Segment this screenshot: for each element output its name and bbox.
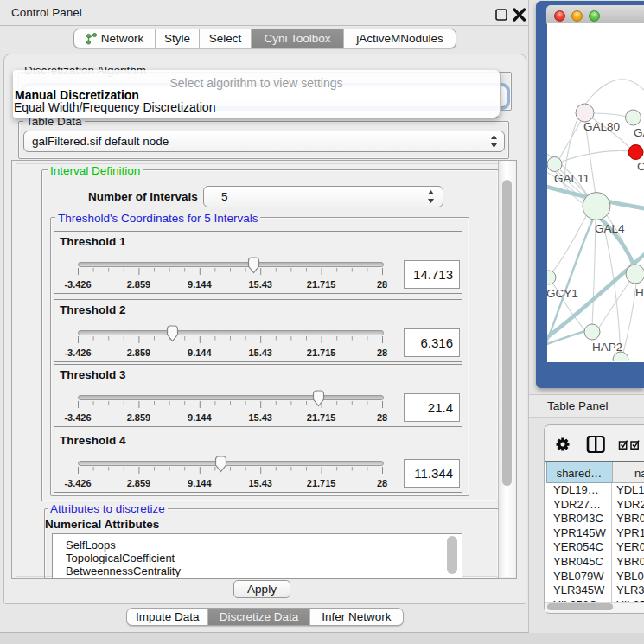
svg-text:H: H bbox=[635, 286, 644, 299]
svg-text:GAL4: GAL4 bbox=[595, 222, 625, 235]
svg-text:C: C bbox=[637, 160, 644, 173]
svg-text:GAL11: GAL11 bbox=[554, 172, 590, 185]
svg-text:GCY1: GCY1 bbox=[547, 287, 578, 300]
svg-text:HAP2: HAP2 bbox=[592, 341, 622, 354]
svg-text:GA: GA bbox=[634, 126, 644, 139]
svg-text:GAL80: GAL80 bbox=[583, 120, 620, 133]
